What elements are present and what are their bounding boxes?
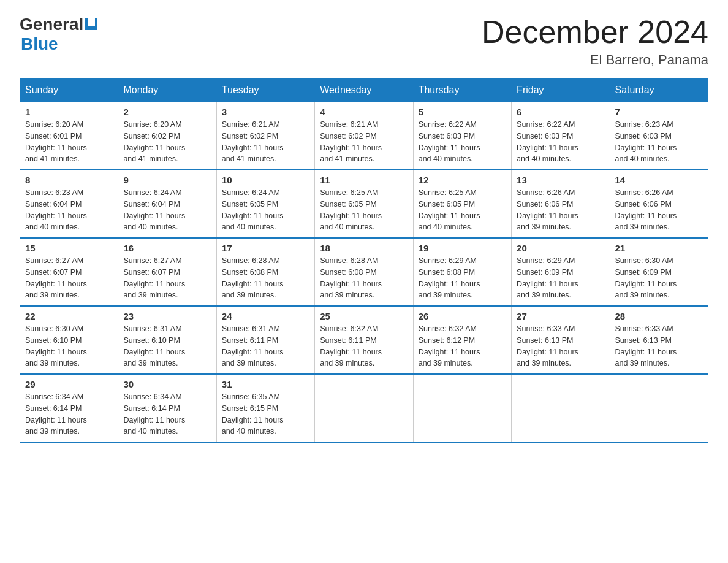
day-number: 30 (123, 379, 211, 389)
header-tuesday: Tuesday (216, 79, 314, 102)
table-row: 26 Sunrise: 6:32 AMSunset: 6:12 PMDaylig… (413, 306, 511, 374)
table-row: 3 Sunrise: 6:21 AMSunset: 6:02 PMDayligh… (216, 102, 314, 170)
page-header: General Blue December 2024 El Barrero, P… (20, 15, 708, 68)
day-number: 27 (517, 311, 604, 321)
logo-blue: Blue (21, 34, 58, 54)
calendar-week-row: 29 Sunrise: 6:34 AMSunset: 6:14 PMDaylig… (20, 374, 708, 442)
day-info: Sunrise: 6:21 AMSunset: 6:02 PMDaylight:… (320, 120, 382, 163)
day-number: 2 (123, 107, 211, 117)
calendar-week-row: 8 Sunrise: 6:23 AMSunset: 6:04 PMDayligh… (20, 170, 708, 238)
day-info: Sunrise: 6:20 AMSunset: 6:02 PMDaylight:… (123, 120, 185, 163)
header-wednesday: Wednesday (315, 79, 413, 102)
day-info: Sunrise: 6:25 AMSunset: 6:05 PMDaylight:… (419, 188, 480, 231)
calendar-week-row: 15 Sunrise: 6:27 AMSunset: 6:07 PMDaylig… (20, 238, 708, 306)
day-number: 4 (320, 107, 408, 117)
table-row: 18 Sunrise: 6:28 AMSunset: 6:08 PMDaylig… (315, 238, 413, 306)
header-monday: Monday (118, 79, 216, 102)
table-row: 5 Sunrise: 6:22 AMSunset: 6:03 PMDayligh… (413, 102, 511, 170)
day-number: 26 (419, 311, 506, 321)
table-row: 31 Sunrise: 6:35 AMSunset: 6:15 PMDaylig… (216, 374, 314, 442)
day-number: 5 (419, 107, 506, 117)
day-number: 19 (419, 243, 506, 253)
table-row: 13 Sunrise: 6:26 AMSunset: 6:06 PMDaylig… (512, 170, 610, 238)
day-info: Sunrise: 6:35 AMSunset: 6:15 PMDaylight:… (222, 393, 284, 435)
day-number: 23 (123, 311, 211, 321)
day-number: 24 (222, 311, 309, 321)
day-info: Sunrise: 6:26 AMSunset: 6:06 PMDaylight:… (615, 188, 677, 231)
table-row: 17 Sunrise: 6:28 AMSunset: 6:08 PMDaylig… (216, 238, 314, 306)
table-row: 30 Sunrise: 6:34 AMSunset: 6:14 PMDaylig… (118, 374, 216, 442)
table-row: 28 Sunrise: 6:33 AMSunset: 6:13 PMDaylig… (610, 306, 708, 374)
table-row: 1 Sunrise: 6:20 AMSunset: 6:01 PMDayligh… (20, 102, 118, 170)
day-number: 1 (25, 107, 113, 117)
day-info: Sunrise: 6:34 AMSunset: 6:14 PMDaylight:… (25, 393, 87, 435)
day-info: Sunrise: 6:29 AMSunset: 6:09 PMDaylight:… (517, 256, 578, 299)
day-number: 18 (320, 243, 408, 253)
day-number: 25 (320, 311, 408, 321)
table-row: 9 Sunrise: 6:24 AMSunset: 6:04 PMDayligh… (118, 170, 216, 238)
day-info: Sunrise: 6:23 AMSunset: 6:03 PMDaylight:… (615, 120, 677, 163)
table-row (413, 374, 511, 442)
day-info: Sunrise: 6:23 AMSunset: 6:04 PMDaylight:… (25, 188, 87, 231)
day-info: Sunrise: 6:32 AMSunset: 6:11 PMDaylight:… (320, 324, 382, 367)
day-info: Sunrise: 6:24 AMSunset: 6:04 PMDaylight:… (123, 188, 185, 231)
day-info: Sunrise: 6:22 AMSunset: 6:03 PMDaylight:… (419, 120, 480, 163)
day-info: Sunrise: 6:33 AMSunset: 6:13 PMDaylight:… (615, 324, 677, 367)
day-info: Sunrise: 6:20 AMSunset: 6:01 PMDaylight:… (25, 120, 87, 163)
table-row: 25 Sunrise: 6:32 AMSunset: 6:11 PMDaylig… (315, 306, 413, 374)
day-info: Sunrise: 6:33 AMSunset: 6:13 PMDaylight:… (517, 324, 578, 367)
day-number: 17 (222, 243, 309, 253)
table-row (512, 374, 610, 442)
day-info: Sunrise: 6:27 AMSunset: 6:07 PMDaylight:… (25, 256, 87, 299)
day-info: Sunrise: 6:31 AMSunset: 6:10 PMDaylight:… (123, 324, 185, 367)
calendar-table: Sunday Monday Tuesday Wednesday Thursday… (20, 78, 708, 443)
day-number: 13 (517, 175, 604, 185)
day-number: 10 (222, 175, 309, 185)
day-number: 20 (517, 243, 604, 253)
day-number: 22 (25, 311, 113, 321)
header-thursday: Thursday (413, 79, 511, 102)
table-row: 29 Sunrise: 6:34 AMSunset: 6:14 PMDaylig… (20, 374, 118, 442)
table-row: 24 Sunrise: 6:31 AMSunset: 6:11 PMDaylig… (216, 306, 314, 374)
day-info: Sunrise: 6:25 AMSunset: 6:05 PMDaylight:… (320, 188, 382, 231)
logo-arrow-icon (85, 18, 97, 30)
table-row: 16 Sunrise: 6:27 AMSunset: 6:07 PMDaylig… (118, 238, 216, 306)
table-row: 8 Sunrise: 6:23 AMSunset: 6:04 PMDayligh… (20, 170, 118, 238)
calendar-week-row: 1 Sunrise: 6:20 AMSunset: 6:01 PMDayligh… (20, 102, 708, 170)
day-number: 3 (222, 107, 309, 117)
logo: General Blue (20, 15, 97, 54)
day-number: 29 (25, 379, 113, 389)
table-row: 10 Sunrise: 6:24 AMSunset: 6:05 PMDaylig… (216, 170, 314, 238)
day-info: Sunrise: 6:30 AMSunset: 6:09 PMDaylight:… (615, 256, 677, 299)
day-info: Sunrise: 6:21 AMSunset: 6:02 PMDaylight:… (222, 120, 284, 163)
day-info: Sunrise: 6:29 AMSunset: 6:08 PMDaylight:… (419, 256, 480, 299)
table-row: 23 Sunrise: 6:31 AMSunset: 6:10 PMDaylig… (118, 306, 216, 374)
day-number: 12 (419, 175, 506, 185)
table-row: 21 Sunrise: 6:30 AMSunset: 6:09 PMDaylig… (610, 238, 708, 306)
location-title: El Barrero, Panama (482, 52, 708, 68)
table-row: 20 Sunrise: 6:29 AMSunset: 6:09 PMDaylig… (512, 238, 610, 306)
logo-general: General (20, 15, 83, 34)
day-number: 31 (222, 379, 309, 389)
table-row: 12 Sunrise: 6:25 AMSunset: 6:05 PMDaylig… (413, 170, 511, 238)
day-number: 11 (320, 175, 408, 185)
table-row: 19 Sunrise: 6:29 AMSunset: 6:08 PMDaylig… (413, 238, 511, 306)
table-row (315, 374, 413, 442)
day-number: 7 (615, 107, 703, 117)
day-number: 21 (615, 243, 703, 253)
header-saturday: Saturday (610, 79, 708, 102)
day-number: 6 (517, 107, 604, 117)
table-row: 27 Sunrise: 6:33 AMSunset: 6:13 PMDaylig… (512, 306, 610, 374)
table-row: 7 Sunrise: 6:23 AMSunset: 6:03 PMDayligh… (610, 102, 708, 170)
header-friday: Friday (512, 79, 610, 102)
table-row: 14 Sunrise: 6:26 AMSunset: 6:06 PMDaylig… (610, 170, 708, 238)
table-row: 6 Sunrise: 6:22 AMSunset: 6:03 PMDayligh… (512, 102, 610, 170)
day-number: 16 (123, 243, 211, 253)
day-number: 28 (615, 311, 703, 321)
calendar-week-row: 22 Sunrise: 6:30 AMSunset: 6:10 PMDaylig… (20, 306, 708, 374)
day-info: Sunrise: 6:27 AMSunset: 6:07 PMDaylight:… (123, 256, 185, 299)
day-info: Sunrise: 6:30 AMSunset: 6:10 PMDaylight:… (25, 324, 87, 367)
table-row: 2 Sunrise: 6:20 AMSunset: 6:02 PMDayligh… (118, 102, 216, 170)
day-info: Sunrise: 6:26 AMSunset: 6:06 PMDaylight:… (517, 188, 578, 231)
title-area: December 2024 El Barrero, Panama (482, 15, 708, 68)
